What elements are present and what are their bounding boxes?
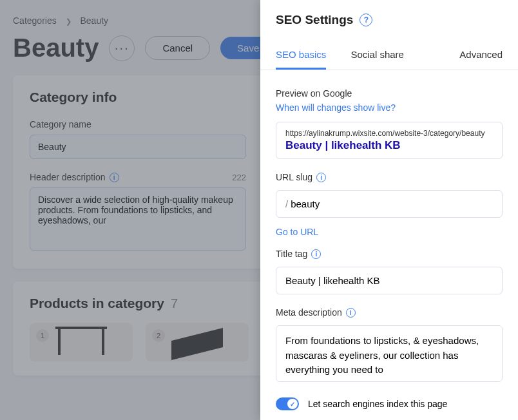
info-icon[interactable]: i [311, 249, 321, 259]
tab-advanced[interactable]: Advanced [459, 41, 503, 70]
preview-label: Preview on Google [276, 88, 503, 99]
index-toggle[interactable]: ✓ [276, 397, 299, 410]
preview-title: Beauty | likehealth KB [285, 139, 493, 152]
info-icon[interactable]: i [316, 173, 326, 182]
go-to-url-link[interactable]: Go to URL [276, 227, 503, 237]
url-slug-input[interactable] [291, 198, 493, 209]
meta-desc-label: Meta description [276, 307, 342, 318]
slug-prefix: / [285, 198, 288, 209]
title-tag-input[interactable] [276, 267, 503, 294]
info-icon[interactable]: i [346, 308, 356, 318]
help-icon[interactable]: ? [360, 14, 372, 26]
url-slug-input-wrap[interactable]: / [276, 190, 503, 218]
meta-description-input[interactable] [276, 325, 503, 382]
google-preview: https://aylinakrump.wixsite.com/website-… [276, 122, 503, 159]
seo-settings-panel: SEO Settings ? SEO basics Social share A… [260, 0, 518, 420]
url-slug-label: URL slug [276, 172, 312, 182]
title-tag-label: Title tag [276, 249, 307, 259]
preview-url: https://aylinakrump.wixsite.com/website-… [285, 129, 493, 138]
check-icon: ✓ [290, 401, 295, 408]
index-toggle-label: Let search engines index this page [308, 399, 447, 409]
seo-panel-title: SEO Settings [276, 13, 353, 27]
tab-social-share[interactable]: Social share [350, 41, 404, 70]
tab-seo-basics[interactable]: SEO basics [276, 41, 326, 70]
seo-tabs: SEO basics Social share Advanced [260, 41, 518, 70]
preview-live-link[interactable]: When will changes show live? [276, 102, 503, 113]
